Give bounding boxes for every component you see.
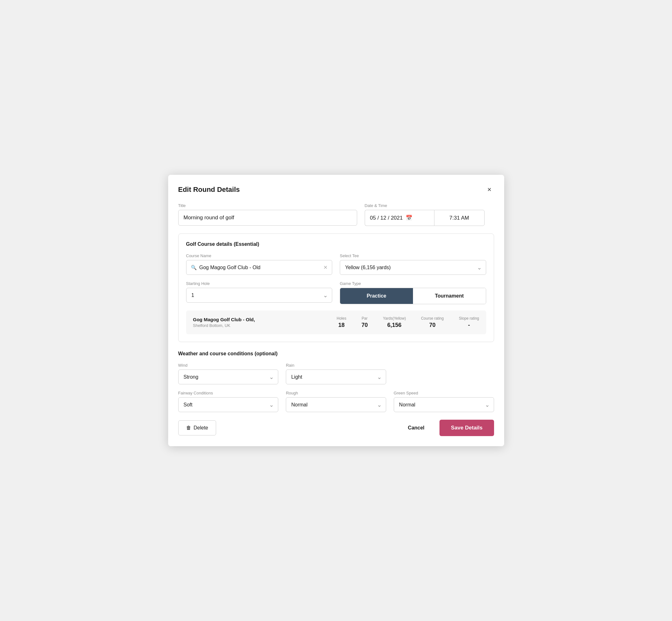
rain-group: Rain NoneLightModerateHeavy ⌄ [286,363,386,384]
modal-title: Edit Round Details [178,185,240,194]
edit-round-modal: Edit Round Details × Title Date & Time 0… [168,175,504,446]
cancel-button[interactable]: Cancel [401,421,432,435]
time-value: 7:31 AM [449,215,469,221]
yards-stat: Yards(Yellow) 6,156 [383,316,406,329]
wind-group: Wind NoneLightModerateStrong ⌄ [178,363,279,384]
calendar-icon: 📅 [406,215,412,221]
game-type-label: Game Type [340,281,486,286]
green-speed-select-wrap: SlowNormalFastVery Fast ⌄ [394,397,494,412]
slope-rating-stat: Slope rating - [459,316,479,329]
date-input[interactable]: 05 / 12 / 2021 📅 [365,210,434,226]
starting-hole-wrap: 1234 5678 910 ⌄ [186,288,333,303]
game-type-toggle: Practice Tournament [340,288,486,304]
course-section-title: Golf Course details (Essential) [186,241,486,247]
search-icon: 🔍 [191,265,197,271]
par-label: Par [362,316,368,321]
fairway-group: Fairway Conditions SoftNormalHard ⌄ [178,391,279,412]
close-button[interactable]: × [485,185,494,194]
starting-hole-dropdown[interactable]: 1234 5678 910 [186,288,333,303]
holes-stat: Holes 18 [337,316,346,329]
green-speed-label: Green Speed [394,391,494,396]
slope-rating-label: Slope rating [459,316,479,321]
course-name-label: Course Name [186,253,333,258]
title-group: Title [178,203,357,226]
time-input[interactable]: 7:31 AM [434,210,485,226]
footer: 🗑 Delete Cancel Save Details [178,420,494,436]
practice-button[interactable]: Practice [340,288,413,304]
rough-dropdown[interactable]: SoftNormalHard [286,397,386,412]
course-location: Shelford Bottom, UK [193,323,262,328]
course-section: Golf Course details (Essential) Course N… [178,234,494,342]
green-speed-dropdown[interactable]: SlowNormalFastVery Fast [394,397,494,412]
datetime-label: Date & Time [365,203,494,208]
rain-label: Rain [286,363,386,368]
course-display-name: Gog Magog Golf Club - Old, [193,317,262,322]
course-info-name: Gog Magog Golf Club - Old, Shelford Bott… [193,317,262,328]
yards-value: 6,156 [383,322,406,329]
green-speed-group: Green Speed SlowNormalFastVery Fast ⌄ [394,391,494,412]
wind-label: Wind [178,363,279,368]
select-tee-group: Select Tee Yellow (6,156 yards) Red (5,0… [340,253,486,275]
title-label: Title [178,203,357,208]
trash-icon: 🗑 [186,425,191,431]
tournament-button[interactable]: Tournament [413,288,486,304]
fairway-select-wrap: SoftNormalHard ⌄ [178,397,279,412]
fairway-label: Fairway Conditions [178,391,279,396]
top-row: Title Date & Time 05 / 12 / 2021 📅 7:31 … [178,203,494,226]
fairway-dropdown[interactable]: SoftNormalHard [178,397,279,412]
title-input[interactable] [178,210,357,225]
course-name-input[interactable] [199,265,321,271]
delete-button[interactable]: 🗑 Delete [178,420,216,436]
yards-label: Yards(Yellow) [383,316,406,321]
rough-group: Rough SoftNormalHard ⌄ [286,391,386,412]
starting-hole-group: Starting Hole 1234 5678 910 ⌄ [186,281,333,304]
select-tee-label: Select Tee [340,253,486,258]
delete-label: Delete [194,425,208,431]
rain-select-wrap: NoneLightModerateHeavy ⌄ [286,370,386,384]
rough-select-wrap: SoftNormalHard ⌄ [286,397,386,412]
weather-section: Weather and course conditions (optional)… [178,351,494,412]
save-button[interactable]: Save Details [439,420,494,436]
hole-gametype-row: Starting Hole 1234 5678 910 ⌄ Game Type … [186,281,486,304]
course-rating-stat: Course rating 70 [421,316,444,329]
datetime-inputs: 05 / 12 / 2021 📅 7:31 AM [365,210,494,226]
holes-label: Holes [337,316,346,321]
course-stats: Holes 18 Par 70 Yards(Yellow) 6,156 Cour… [262,316,479,329]
date-value: 05 / 12 / 2021 [370,215,403,221]
datetime-group: Date & Time 05 / 12 / 2021 📅 7:31 AM [365,203,494,226]
game-type-group: Game Type Practice Tournament [340,281,486,304]
rain-dropdown[interactable]: NoneLightModerateHeavy [286,370,386,384]
starting-hole-label: Starting Hole [186,281,333,286]
clear-icon[interactable]: ✕ [323,264,328,271]
fairway-rough-green-row: Fairway Conditions SoftNormalHard ⌄ Roug… [178,391,494,412]
course-name-group: Course Name 🔍 ✕ [186,253,333,275]
weather-section-title: Weather and course conditions (optional) [178,351,494,357]
course-name-input-wrap[interactable]: 🔍 ✕ [186,260,333,275]
holes-value: 18 [337,322,346,329]
wind-dropdown[interactable]: NoneLightModerateStrong [178,370,279,384]
wind-select-wrap: NoneLightModerateStrong ⌄ [178,370,279,384]
modal-header: Edit Round Details × [178,185,494,194]
par-stat: Par 70 [362,316,368,329]
footer-right: Cancel Save Details [401,420,494,436]
slope-rating-value: - [459,322,479,329]
rough-label: Rough [286,391,386,396]
course-rating-label: Course rating [421,316,444,321]
course-rating-value: 70 [421,322,444,329]
par-value: 70 [362,322,368,329]
wind-rain-row: Wind NoneLightModerateStrong ⌄ Rain None… [178,363,494,384]
select-tee-wrap: Yellow (6,156 yards) Red (5,000 yards) W… [340,260,486,275]
course-name-tee-row: Course Name 🔍 ✕ Select Tee Yellow (6,156… [186,253,486,275]
course-info-bar: Gog Magog Golf Club - Old, Shelford Bott… [186,310,486,334]
select-tee-dropdown[interactable]: Yellow (6,156 yards) Red (5,000 yards) W… [340,260,486,275]
